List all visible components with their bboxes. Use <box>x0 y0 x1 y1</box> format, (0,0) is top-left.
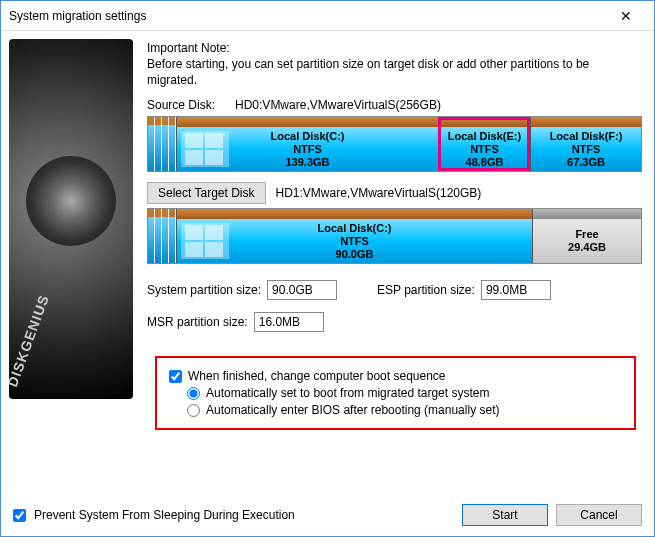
cancel-button[interactable]: Cancel <box>556 504 642 526</box>
sidebar <box>1 31 141 536</box>
partition-label: Local Disk(C:) <box>318 222 392 235</box>
target-partition-c[interactable]: Local Disk(C:) NTFS 90.0GB <box>176 209 532 263</box>
partition-fs: NTFS <box>340 235 369 248</box>
auto-boot-radio[interactable] <box>187 387 200 400</box>
source-partition-c[interactable]: Local Disk(C:) NTFS 139.3GB <box>176 117 438 171</box>
partition-size: 48.8GB <box>466 156 504 169</box>
system-partition-size-input[interactable] <box>267 280 337 300</box>
target-disk-name: HD1:VMware,VMwareVirtualS(120GB) <box>276 186 482 200</box>
partition-label: Local Disk(E:) <box>448 130 521 143</box>
partition-fs: NTFS <box>572 143 601 156</box>
prevent-sleep-checkbox[interactable] <box>13 509 26 522</box>
enter-bios-label: Automatically enter BIOS after rebooting… <box>206 403 499 417</box>
target-partition-free[interactable]: Free 29.4GB <box>532 209 641 263</box>
source-diskbar: Local Disk(C:) NTFS 139.3GB Local Disk(E… <box>147 116 642 172</box>
reserved-strip <box>148 209 154 263</box>
partition-size: 29.4GB <box>568 241 606 254</box>
partition-size: 90.0GB <box>336 248 374 261</box>
auto-boot-label: Automatically set to boot from migrated … <box>206 386 489 400</box>
select-target-disk-button[interactable]: Select Target Disk <box>147 182 266 204</box>
reserved-strip <box>155 117 161 171</box>
partition-label: Local Disk(C:) <box>271 130 345 143</box>
enter-bios-radio[interactable] <box>187 404 200 417</box>
partition-fs: NTFS <box>293 143 322 156</box>
change-boot-sequence-label: When finished, change computer boot sequ… <box>188 369 446 383</box>
windows-icon <box>185 225 225 259</box>
reserved-strip <box>169 117 175 171</box>
window-title: System migration settings <box>9 9 606 23</box>
reserved-strip <box>162 209 168 263</box>
target-diskbar: Local Disk(C:) NTFS 90.0GB Free 29.4GB <box>147 208 642 264</box>
note-heading: Important Note: <box>147 41 642 55</box>
partition-label: Local Disk(F:) <box>550 130 623 143</box>
note-body: Before starting, you can set partition s… <box>147 57 642 88</box>
reserved-strip <box>155 209 161 263</box>
close-button[interactable]: ✕ <box>606 2 646 30</box>
msr-partition-size-label: MSR partition size: <box>147 315 248 329</box>
partition-fs: NTFS <box>470 143 499 156</box>
partition-size: 139.3GB <box>285 156 329 169</box>
partition-size: 67.3GB <box>567 156 605 169</box>
prevent-sleep-label: Prevent System From Sleeping During Exec… <box>34 508 295 522</box>
boot-sequence-box: When finished, change computer boot sequ… <box>155 356 636 430</box>
esp-partition-size-label: ESP partition size: <box>377 283 475 297</box>
esp-partition-size-input[interactable] <box>481 280 551 300</box>
start-button[interactable]: Start <box>462 504 548 526</box>
reserved-strip <box>169 209 175 263</box>
source-disk-name: HD0:VMware,VMwareVirtualS(256GB) <box>235 98 441 112</box>
change-boot-sequence-checkbox[interactable] <box>169 370 182 383</box>
source-disk-label: Source Disk: <box>147 98 215 112</box>
partition-label: Free <box>575 228 598 241</box>
reserved-strip <box>148 117 154 171</box>
source-partition-f[interactable]: Local Disk(F:) NTFS 67.3GB <box>530 117 641 171</box>
reserved-strip <box>162 117 168 171</box>
diskgenius-logo <box>9 39 133 399</box>
msr-partition-size-input[interactable] <box>254 312 324 332</box>
windows-icon <box>185 133 225 167</box>
system-partition-size-label: System partition size: <box>147 283 261 297</box>
source-partition-e[interactable]: Local Disk(E:) NTFS 48.8GB <box>438 117 530 171</box>
